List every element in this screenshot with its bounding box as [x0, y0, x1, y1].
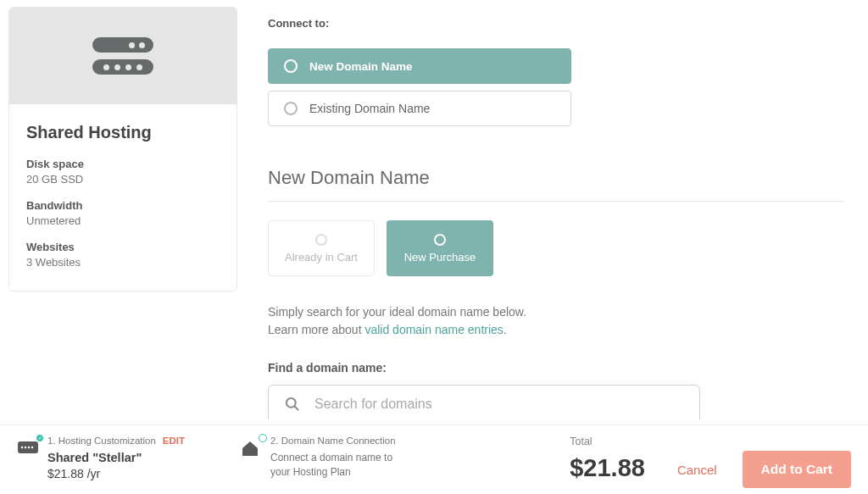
help-line-2-suffix: .	[504, 323, 507, 336]
connect-to-label: Connect to:	[268, 17, 844, 30]
product-summary-card: Shared Hosting Disk space 20 GB SSD Band…	[8, 7, 237, 291]
help-line-1: Simply search for your ideal domain name…	[268, 305, 526, 319]
spec-label-bandwidth: Bandwidth	[26, 199, 220, 212]
svg-point-6	[31, 447, 33, 448]
find-domain-label: Find a domain name:	[268, 361, 844, 375]
domain-connection-panel: Connect to: New Domain Name Existing Dom…	[268, 7, 844, 419]
svg-point-3	[21, 447, 23, 448]
radio-icon	[284, 102, 298, 115]
domain-search-input[interactable]	[314, 397, 684, 412]
help-line-2-prefix: Learn more about	[268, 323, 364, 336]
home-icon	[240, 439, 260, 458]
domain-search-wrapper[interactable]	[268, 385, 700, 419]
spec-label-websites: Websites	[26, 241, 220, 253]
tile-already-in-cart: Already in Cart	[268, 220, 375, 276]
product-title: Shared Hosting	[26, 123, 220, 142]
step2-label: 2. Domain Name Connection	[270, 436, 396, 446]
radio-icon	[284, 59, 298, 73]
tile-new-purchase[interactable]: New Purchase	[387, 220, 493, 276]
edit-hosting-link[interactable]: EDIT	[163, 436, 185, 446]
server-icon	[92, 37, 153, 53]
step1-icon-wrap: ✓	[17, 439, 39, 458]
tile-label: New Purchase	[404, 251, 476, 264]
hosting-icon	[17, 439, 39, 456]
radio-icon	[434, 234, 446, 246]
spec-value-disk: 20 GB SSD	[26, 173, 220, 186]
pending-icon	[259, 434, 267, 442]
option-new-domain[interactable]: New Domain Name	[268, 48, 571, 84]
help-text: Simply search for your ideal domain name…	[268, 303, 844, 339]
search-icon	[284, 396, 301, 413]
option-label: New Domain Name	[309, 60, 413, 73]
tile-label: Already in Cart	[285, 251, 358, 264]
valid-entries-link[interactable]: valid domain name entries	[364, 323, 503, 336]
spec-label-disk: Disk space	[26, 158, 220, 170]
step2-description: Connect a domain name to your Hosting Pl…	[270, 451, 415, 480]
radio-icon	[315, 234, 327, 246]
product-image	[9, 8, 236, 104]
step1-plan-price: $21.88 /yr	[47, 467, 185, 480]
step1-plan-name: Shared "Stellar"	[47, 451, 185, 464]
option-label: Existing Domain Name	[309, 102, 430, 115]
spec-value-bandwidth: Unmetered	[26, 214, 220, 227]
divider	[268, 201, 844, 202]
cancel-button[interactable]: Cancel	[677, 463, 717, 477]
svg-point-4	[25, 447, 26, 448]
server-icon	[92, 59, 153, 75]
checkout-footer: ✓ 1. Hosting Customization EDIT Shared "…	[0, 425, 868, 494]
total-amount: $21.88	[570, 454, 645, 482]
svg-point-5	[28, 447, 30, 448]
svg-line-1	[295, 407, 298, 410]
spec-value-websites: 3 Websites	[26, 256, 220, 269]
section-title: New Domain Name	[268, 167, 844, 189]
step2-icon-wrap	[240, 439, 262, 458]
option-existing-domain[interactable]: Existing Domain Name	[268, 91, 571, 126]
check-icon: ✓	[36, 434, 44, 442]
total-label: Total	[570, 436, 645, 447]
add-to-cart-button[interactable]: Add to Cart	[743, 451, 851, 488]
step1-label: 1. Hosting Customization	[47, 436, 156, 446]
